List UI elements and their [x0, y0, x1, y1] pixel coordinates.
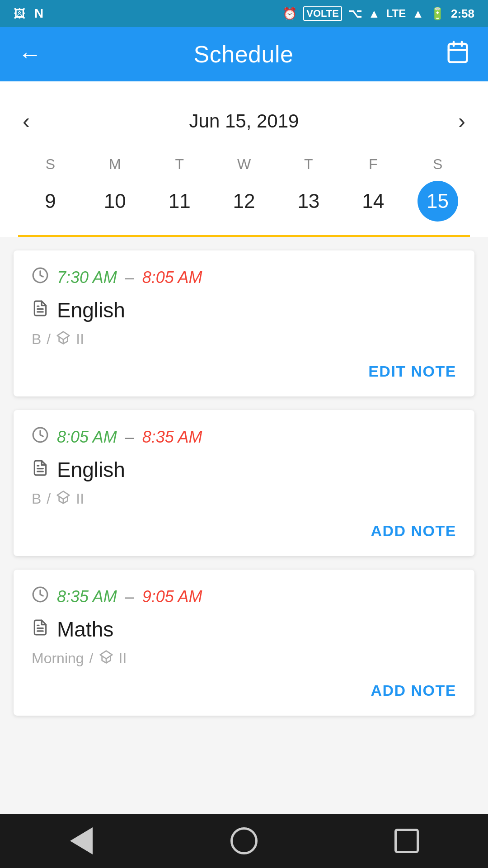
card-meta-row: Morning / II: [32, 650, 456, 667]
document-icon: [32, 619, 49, 640]
status-bar-right: ⏰ VOLTE ⌥ ▲ LTE ▲ 🔋 2:58: [282, 6, 474, 21]
day-number[interactable]: 9: [30, 181, 70, 222]
week-day-col[interactable]: W12: [212, 156, 277, 222]
time-end: 8:35 AM: [142, 428, 202, 447]
meta-class: II: [119, 650, 127, 667]
day-letter: S: [433, 156, 442, 173]
alarm-icon: ⏰: [282, 7, 297, 21]
time-dash: –: [125, 428, 134, 447]
graduation-icon: [56, 490, 70, 508]
date-nav: ‹ Jun 15, 2019 ›: [18, 95, 470, 151]
card-time-row: 7:30 AM – 8:05 AM: [32, 267, 456, 288]
photo-icon: 🖼: [14, 7, 25, 21]
day-number[interactable]: 14: [353, 181, 394, 222]
week-day-col[interactable]: T11: [147, 156, 212, 222]
time-dash: –: [125, 268, 134, 287]
day-letter: F: [369, 156, 378, 173]
card-action-row: EDIT NOTE: [32, 359, 456, 384]
week-day-col[interactable]: S15: [405, 156, 470, 222]
battery-icon: 🔋: [430, 7, 445, 21]
recent-nav-button[interactable]: [384, 818, 429, 863]
clock-icon: [32, 267, 49, 288]
card-meta-row: B / II: [32, 330, 456, 348]
week-day-col[interactable]: F14: [341, 156, 405, 222]
schedule-card: 7:30 AM – 8:05 AM English B: [14, 250, 474, 396]
graduation-icon: [56, 330, 70, 348]
clock-icon: [32, 586, 49, 607]
graduation-icon: [99, 650, 113, 667]
meta-class: II: [76, 491, 84, 507]
note-action-button[interactable]: EDIT NOTE: [368, 359, 456, 384]
signal-icon: ▲: [368, 7, 380, 21]
back-button[interactable]: ←: [18, 41, 42, 68]
next-date-button[interactable]: ›: [454, 104, 470, 138]
clock-time: 2:58: [451, 7, 474, 21]
card-subject-row: English: [32, 458, 456, 482]
card-action-row: ADD NOTE: [32, 519, 456, 543]
time-start: 8:05 AM: [57, 428, 117, 447]
current-date-label: Jun 15, 2019: [189, 110, 299, 132]
schedule-card: 8:05 AM – 8:35 AM English B: [14, 410, 474, 556]
meta-separator: /: [89, 650, 94, 667]
schedule-card: 8:35 AM – 9:05 AM Maths Morning: [14, 570, 474, 716]
document-icon: [32, 300, 49, 321]
week-day-col[interactable]: T13: [276, 156, 341, 222]
svg-rect-0: [449, 44, 467, 62]
day-number[interactable]: 10: [94, 181, 135, 222]
week-calendar: S9M10T11W12T13F14S15: [18, 151, 470, 226]
page-title: Schedule: [194, 41, 294, 68]
card-meta-row: B / II: [32, 490, 456, 508]
week-day-col[interactable]: S9: [18, 156, 83, 222]
card-subject-row: English: [32, 298, 456, 322]
volte-icon: VOLTE: [303, 6, 342, 21]
schedule-list: 7:30 AM – 8:05 AM English B: [0, 237, 488, 814]
meta-label: B: [32, 491, 41, 507]
app-bar: ← Schedule: [0, 27, 488, 81]
meta-label: B: [32, 331, 41, 348]
card-action-row: ADD NOTE: [32, 678, 456, 703]
wifi-icon: ⌥: [348, 7, 362, 21]
signal2-icon: ▲: [412, 7, 424, 21]
time-end: 8:05 AM: [142, 268, 202, 287]
n-notification-icon: N: [34, 6, 43, 21]
card-time-row: 8:05 AM – 8:35 AM: [32, 426, 456, 448]
calendar-icon[interactable]: [446, 40, 470, 69]
subject-name: Maths: [57, 617, 113, 642]
day-number[interactable]: 12: [224, 181, 264, 222]
week-day-col[interactable]: M10: [83, 156, 147, 222]
card-time-row: 8:35 AM – 9:05 AM: [32, 586, 456, 607]
day-letter: T: [175, 156, 184, 173]
meta-separator: /: [47, 491, 51, 507]
day-number[interactable]: 15: [418, 181, 458, 222]
meta-label: Morning: [32, 650, 84, 667]
back-nav-button[interactable]: [59, 818, 104, 863]
document-icon: [32, 459, 49, 481]
day-letter: W: [237, 156, 251, 173]
calendar-section: ‹ Jun 15, 2019 › S9M10T11W12T13F14S15: [0, 81, 488, 237]
bottom-nav: [0, 814, 488, 868]
note-action-button[interactable]: ADD NOTE: [371, 519, 456, 543]
time-start: 7:30 AM: [57, 268, 117, 287]
day-number[interactable]: 11: [159, 181, 200, 222]
note-action-button[interactable]: ADD NOTE: [371, 678, 456, 703]
time-end: 9:05 AM: [142, 587, 202, 606]
time-dash: –: [125, 587, 134, 606]
lte-label: LTE: [386, 7, 406, 20]
card-subject-row: Maths: [32, 617, 456, 642]
subject-name: English: [57, 458, 125, 482]
day-number[interactable]: 13: [288, 181, 329, 222]
meta-class: II: [76, 331, 84, 348]
status-bar-left: 🖼 N: [14, 6, 43, 21]
day-letter: T: [304, 156, 313, 173]
day-letter: S: [46, 156, 55, 173]
time-start: 8:35 AM: [57, 587, 117, 606]
day-letter: M: [109, 156, 121, 173]
clock-icon: [32, 426, 49, 448]
subject-name: English: [57, 298, 125, 322]
status-bar: 🖼 N ⏰ VOLTE ⌥ ▲ LTE ▲ 🔋 2:58: [0, 0, 488, 27]
meta-separator: /: [47, 331, 51, 348]
prev-date-button[interactable]: ‹: [18, 104, 34, 138]
home-nav-button[interactable]: [221, 818, 267, 863]
